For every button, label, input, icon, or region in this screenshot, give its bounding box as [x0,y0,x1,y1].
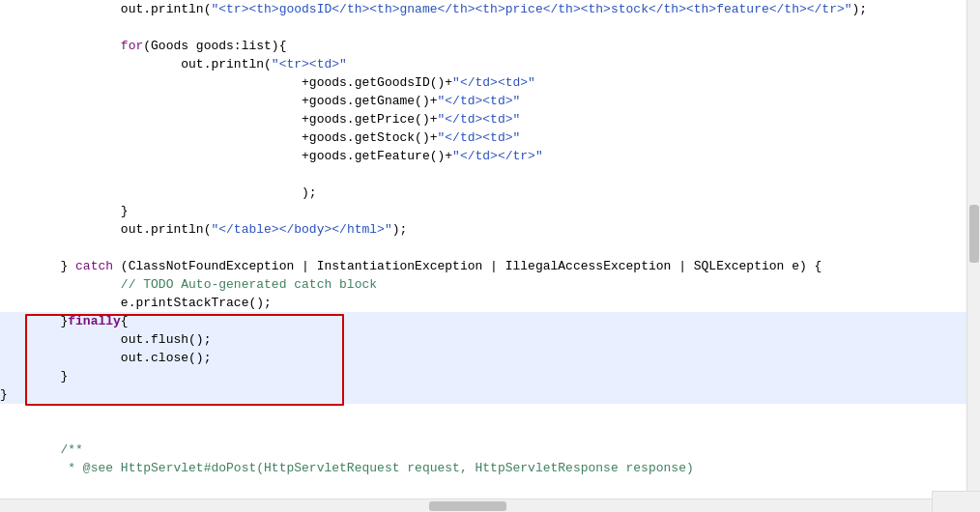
code-line: out.println("<tr><td>" [0,55,966,73]
line-content: +goods.getGname()+"</td><td>" [0,92,959,110]
line-content [0,239,959,257]
code-line: } [0,385,966,404]
token-str: "<tr><th>goodsID</th><th>gname</th><th>p… [211,2,851,16]
code-line: out.println("<tr><th>goodsID</th><th>gna… [0,0,966,18]
token-normal: ); [852,2,868,16]
token-normal: +goods.getPrice()+ [0,112,438,127]
line-content: out.println("<tr><th>goodsID</th><th>gna… [0,0,959,18]
code-line [0,404,966,422]
line-content: * @see HttpServlet#doPost(HttpServletReq… [0,459,959,477]
token-normal: +goods.getFeature()+ [0,149,452,163]
code-area[interactable]: out.println("<tr><th>goodsID</th><th>gna… [0,0,966,512]
editor-container: out.println("<tr><th>goodsID</th><th>gna… [0,0,980,512]
horizontal-scroll-thumb[interactable] [429,501,506,511]
line-content: ); [0,184,959,202]
language-indicator [932,491,980,512]
line-content: /** [0,441,959,459]
line-content [0,165,959,184]
line-content: +goods.getPrice()+"</td><td>" [0,110,959,128]
token-normal [0,39,121,53]
code-line: out.flush(); [0,330,966,349]
token-comment: /** [0,442,83,457]
token-comment: * @see HttpServlet#doPost(HttpServletReq… [0,461,694,475]
code-line [0,165,966,184]
token-str: "</td></tr>" [452,149,543,163]
token-str: "</td><td>" [438,130,521,145]
line-content [0,404,959,422]
code-line [0,422,966,441]
code-line: out.println("</table></body></html>"); [0,220,966,239]
code-line: +goods.getGname()+"</td><td>" [0,92,966,110]
token-normal: ); [0,185,317,200]
token-normal: { [121,314,129,328]
line-content [0,422,959,441]
token-normal: } [0,259,75,273]
line-content: +goods.getFeature()+"</td></tr>" [0,147,959,165]
token-normal: } [0,387,8,402]
token-normal: +goods.getStock()+ [0,130,438,145]
line-content: +goods.getStock()+"</td><td>" [0,128,959,147]
code-line: +goods.getStock()+"</td><td>" [0,128,966,147]
code-line [0,239,966,257]
token-normal: out.println( [0,2,211,16]
code-line: e.printStackTrace(); [0,294,966,312]
token-normal: ); [392,222,408,237]
token-normal: } [0,314,68,328]
code-line: }finally{ [0,312,966,330]
code-line: +goods.getPrice()+"</td><td>" [0,110,966,128]
token-normal: +goods.getGname()+ [0,94,438,108]
code-line: out.close(); [0,349,966,367]
line-content: }finally{ [0,312,959,330]
token-str: "</table></body></html>" [211,222,391,237]
token-str: "</td><td>" [452,75,535,90]
token-normal: e.printStackTrace(); [0,296,272,310]
line-content: } [0,202,959,220]
token-normal: out.println( [0,222,211,237]
token-normal: out.close(); [0,351,211,365]
code-lines: out.println("<tr><th>goodsID</th><th>gna… [0,0,966,477]
line-content: } [0,385,959,404]
line-content: out.println("<tr><td>" [0,55,959,73]
token-normal: } [0,204,129,218]
token-str: "<tr><td>" [272,57,347,71]
code-line: ); [0,184,966,202]
line-content: e.printStackTrace(); [0,294,959,312]
horizontal-scrollbar[interactable] [0,498,953,512]
token-normal: out.println( [0,57,272,71]
code-line: /** [0,441,966,459]
code-line: +goods.getGoodsID()+"</td><td>" [0,73,966,92]
line-content: for(Goods goods:list){ [0,37,959,55]
line-content: } [0,367,959,385]
token-normal: (ClassNotFoundException | InstantiationE… [113,259,821,273]
token-kw: catch [75,259,113,273]
line-content: } catch (ClassNotFoundException | Instan… [0,257,959,275]
line-content: out.println("</table></body></html>"); [0,220,959,239]
line-content: // TODO Auto-generated catch block [0,275,959,294]
token-normal: +goods.getGoodsID()+ [0,75,452,90]
line-content: out.flush(); [0,330,959,349]
vertical-scroll-thumb[interactable] [969,205,979,263]
token-kw: for [121,39,143,53]
code-line: } catch (ClassNotFoundException | Instan… [0,257,966,275]
vertical-scrollbar[interactable] [966,0,980,512]
token-comment: // TODO Auto-generated catch block [0,277,377,292]
token-normal: } [0,369,68,384]
token-normal: out.flush(); [0,332,211,347]
code-line: // TODO Auto-generated catch block [0,275,966,294]
token-normal: (Goods goods:list){ [143,39,286,53]
line-content: +goods.getGoodsID()+"</td><td>" [0,73,959,92]
code-line: +goods.getFeature()+"</td></tr>" [0,147,966,165]
code-line: for(Goods goods:list){ [0,37,966,55]
code-line: * @see HttpServlet#doPost(HttpServletReq… [0,459,966,477]
line-content: out.close(); [0,349,959,367]
token-str: "</td><td>" [438,112,521,127]
code-line [0,18,966,37]
code-line: } [0,367,966,385]
token-kw-bold: finally [68,314,121,328]
code-line: } [0,202,966,220]
token-str: "</td><td>" [438,94,521,108]
line-content [0,18,959,37]
